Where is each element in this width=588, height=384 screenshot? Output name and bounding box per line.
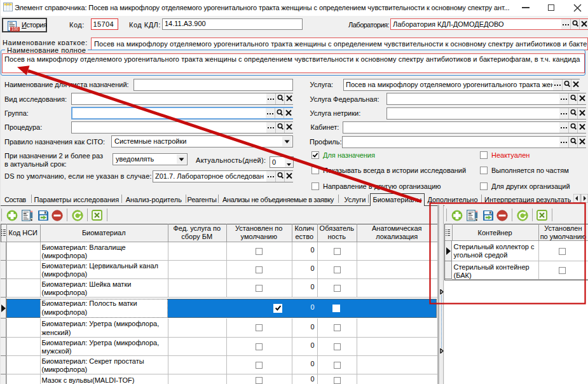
svg-text:100: 100 (11, 27, 18, 31)
